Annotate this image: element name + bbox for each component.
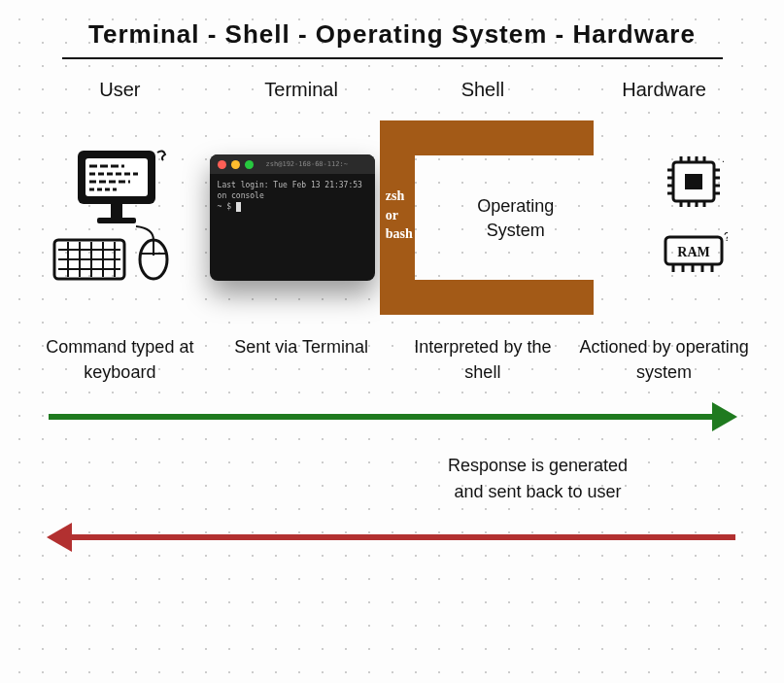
terminal-line1: Last login: Tue Feb 13 21:37:53 on conso…	[218, 180, 367, 201]
return-flow-arrow	[49, 523, 735, 552]
hardware-icon-cell: . RAM ?	[632, 153, 755, 283]
arrow-right-line-icon	[49, 414, 718, 420]
response-caption: Response is generated and sent back to u…	[0, 453, 784, 505]
col-user-label: User	[29, 79, 211, 101]
terminal-icon-cell: zsh@192-168-68-112:~ Last login: Tue Feb…	[204, 154, 379, 281]
computer-icon	[49, 145, 185, 290]
svg-rect-21	[685, 174, 702, 189]
svg-rect-6	[111, 204, 122, 218]
cursor-icon	[236, 202, 241, 212]
terminal-window-icon: zsh@192-168-68-112:~ Last login: Tue Feb…	[210, 154, 375, 281]
column-headers: User Terminal Shell Hardware	[29, 79, 755, 101]
col-hardware-label: Hardware	[573, 79, 755, 101]
os-line2: System	[458, 219, 574, 243]
desc-shell: Interpreted by the shell	[392, 334, 574, 385]
ram-label-text: RAM	[677, 245, 709, 259]
shell-name-zsh: zsh	[386, 187, 415, 206]
terminal-titlebar: zsh@192-168-68-112:~	[210, 154, 375, 174]
svg-rect-7	[97, 218, 136, 223]
response-line1: Response is generated	[291, 453, 784, 479]
forward-flow-arrow	[49, 402, 735, 431]
operating-system-label: Operating System	[458, 194, 574, 243]
arrow-left-line-icon	[66, 534, 735, 540]
desc-user: Command typed at keyboard	[29, 334, 211, 385]
shell-names: zsh or bash	[386, 187, 415, 244]
response-line2: and sent back to user	[291, 479, 784, 505]
svg-text:.: .	[722, 154, 725, 164]
icons-row: zsh@192-168-68-112:~ Last login: Tue Feb…	[29, 120, 755, 315]
os-line1: Operating	[458, 194, 574, 219]
minimize-icon	[231, 160, 240, 169]
maximize-icon	[245, 160, 254, 169]
ram-chip-icon: RAM ?	[660, 224, 728, 283]
svg-text:?: ?	[724, 230, 728, 244]
cpu-chip-icon: .	[660, 153, 728, 211]
close-icon	[218, 160, 226, 169]
title-underline	[62, 57, 723, 59]
diagram-title: Terminal - Shell - Operating System - Ha…	[0, 0, 784, 50]
descriptions-row: Command typed at keyboard Sent via Termi…	[29, 334, 755, 385]
desc-hardware: Actioned by operating system	[573, 334, 755, 385]
arrow-left-head-icon	[47, 523, 72, 552]
user-icon-cell	[29, 145, 204, 290]
shell-name-bash: bash	[386, 224, 415, 244]
terminal-prompt: ~ $	[218, 202, 231, 211]
shell-name-or: or	[386, 206, 415, 225]
desc-terminal: Sent via Terminal	[211, 334, 392, 385]
terminal-body: Last login: Tue Feb 13 21:37:53 on conso…	[210, 174, 375, 219]
arrow-right-head-icon	[712, 402, 737, 431]
shell-c-shape-icon: zsh or bash Operating System	[380, 120, 632, 315]
col-shell-label: Shell	[392, 79, 574, 101]
terminal-title-text: zsh@192-168-68-112:~	[266, 160, 348, 168]
shell-icon-cell: zsh or bash Operating System	[380, 120, 632, 315]
col-terminal-label: Terminal	[211, 79, 392, 101]
